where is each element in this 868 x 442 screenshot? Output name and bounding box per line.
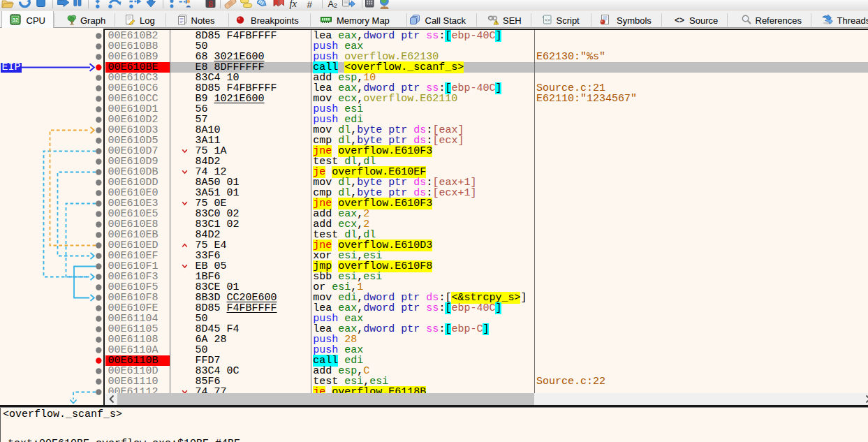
svg-text:fx: fx — [289, 0, 297, 9]
svg-text:2: 2 — [334, 2, 337, 9]
svg-text:<>: <> — [545, 18, 550, 23]
svg-text:8: 8 — [208, 0, 213, 9]
svg-text:<>: <> — [675, 15, 684, 25]
svg-text:#: # — [307, 0, 312, 9]
